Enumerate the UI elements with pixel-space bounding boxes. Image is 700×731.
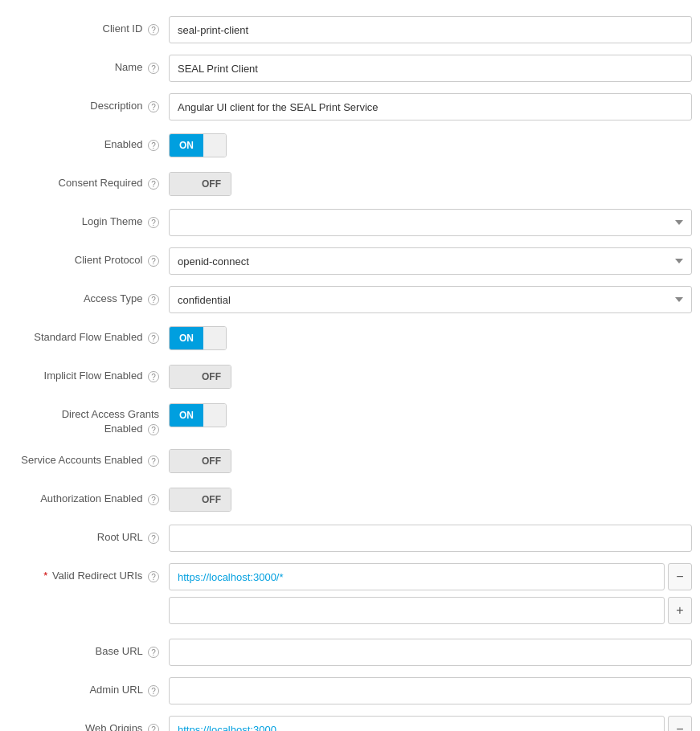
root-url-input[interactable] bbox=[169, 525, 692, 552]
redirect-uri-input-0[interactable] bbox=[169, 563, 665, 590]
service-accounts-toggle-indicator bbox=[170, 450, 192, 472]
access-type-help-icon[interactable]: ? bbox=[148, 294, 159, 305]
login-theme-help-icon[interactable]: ? bbox=[148, 217, 159, 228]
enabled-label-text: Enabled bbox=[104, 138, 143, 150]
service-accounts-label: Service Accounts Enabled ? bbox=[8, 447, 169, 468]
direct-access-row: Direct Access Grants Enabled ? ON bbox=[8, 402, 692, 436]
root-url-help-icon[interactable]: ? bbox=[148, 533, 159, 544]
consent-required-toggle-wrap: OFF bbox=[169, 170, 692, 196]
name-input[interactable] bbox=[169, 55, 692, 82]
authorization-toggle[interactable]: OFF bbox=[169, 488, 231, 512]
client-protocol-help-icon[interactable]: ? bbox=[148, 255, 159, 267]
consent-required-off-label: OFF bbox=[192, 173, 231, 195]
service-accounts-toggle-wrap: OFF bbox=[169, 447, 692, 473]
web-origins-input-0[interactable] bbox=[169, 716, 665, 731]
service-accounts-help-icon[interactable]: ? bbox=[148, 455, 159, 467]
authorization-row: Authorization Enabled ? OFF bbox=[8, 486, 692, 513]
service-accounts-off-label: OFF bbox=[192, 450, 231, 472]
name-label-text: Name bbox=[115, 61, 143, 73]
redirect-uri-add-btn[interactable]: + bbox=[668, 597, 692, 624]
standard-flow-label-text: Standard Flow Enabled bbox=[34, 331, 142, 343]
standard-flow-toggle-indicator bbox=[203, 327, 226, 349]
web-origins-label-text: Web Origins bbox=[85, 722, 142, 731]
redirect-uri-row-0: − bbox=[169, 563, 692, 590]
valid-redirect-uris-help-icon[interactable]: ? bbox=[148, 571, 159, 582]
description-label: Description ? bbox=[8, 93, 169, 113]
implicit-flow-toggle[interactable]: OFF bbox=[169, 365, 231, 389]
client-id-help-icon[interactable]: ? bbox=[148, 24, 159, 35]
web-origins-row: Web Origins ? − + bbox=[8, 716, 692, 731]
login-theme-label: Login Theme ? bbox=[8, 209, 169, 229]
admin-url-row: Admin URL ? bbox=[8, 677, 692, 704]
root-url-label-text: Root URL bbox=[97, 531, 143, 543]
name-help-icon[interactable]: ? bbox=[148, 63, 159, 74]
standard-flow-help-icon[interactable]: ? bbox=[148, 333, 159, 344]
consent-required-row: Consent Required ? OFF bbox=[8, 170, 692, 198]
login-theme-row: Login Theme ? bbox=[8, 209, 692, 236]
direct-access-control: ON bbox=[169, 402, 692, 427]
client-protocol-select[interactable]: openid-connect saml bbox=[169, 247, 692, 275]
client-protocol-row: Client Protocol ? openid-connect saml bbox=[8, 247, 692, 275]
login-theme-control bbox=[169, 209, 692, 236]
client-id-row: Client ID ? bbox=[8, 16, 692, 43]
direct-access-help-icon[interactable]: ? bbox=[148, 424, 159, 435]
enabled-toggle-wrap: ON bbox=[169, 132, 692, 157]
base-url-input[interactable] bbox=[169, 639, 692, 666]
redirect-uri-remove-btn-0[interactable]: − bbox=[668, 563, 692, 590]
description-help-icon[interactable]: ? bbox=[148, 101, 159, 112]
admin-url-help-icon[interactable]: ? bbox=[148, 685, 159, 696]
service-accounts-control: OFF bbox=[169, 447, 692, 473]
access-type-select[interactable]: confidential public bearer-only bbox=[169, 286, 692, 313]
authorization-help-icon[interactable]: ? bbox=[148, 494, 159, 505]
consent-required-help-icon[interactable]: ? bbox=[148, 178, 159, 190]
redirect-uri-input-1[interactable] bbox=[169, 597, 665, 624]
web-origins-remove-btn-0[interactable]: − bbox=[668, 716, 692, 731]
implicit-flow-help-icon[interactable]: ? bbox=[148, 371, 159, 382]
enabled-toggle[interactable]: ON bbox=[169, 133, 227, 157]
direct-access-label-line2: Enabled bbox=[104, 423, 143, 435]
authorization-control: OFF bbox=[169, 486, 692, 512]
service-accounts-toggle[interactable]: OFF bbox=[169, 449, 231, 473]
service-accounts-label-text: Service Accounts Enabled bbox=[21, 454, 142, 466]
client-protocol-label-text: Client Protocol bbox=[75, 254, 143, 266]
authorization-toggle-wrap: OFF bbox=[169, 486, 692, 512]
admin-url-label-text: Admin URL bbox=[89, 684, 142, 696]
valid-redirect-uris-label-text: Valid Redirect URIs bbox=[52, 570, 142, 582]
direct-access-toggle[interactable]: ON bbox=[169, 403, 227, 427]
implicit-flow-toggle-wrap: OFF bbox=[169, 363, 692, 389]
valid-redirect-uris-label: * Valid Redirect URIs ? bbox=[8, 563, 169, 583]
description-control bbox=[169, 93, 692, 120]
admin-url-control bbox=[169, 677, 692, 704]
root-url-label: Root URL ? bbox=[8, 525, 169, 545]
root-url-control bbox=[169, 525, 692, 552]
access-type-label-text: Access Type bbox=[84, 292, 142, 304]
authorization-toggle-indicator bbox=[170, 488, 192, 511]
name-label: Name ? bbox=[8, 55, 169, 75]
base-url-label: Base URL ? bbox=[8, 639, 169, 659]
base-url-label-text: Base URL bbox=[96, 645, 143, 657]
admin-url-label: Admin URL ? bbox=[8, 677, 169, 697]
authorization-label-text: Authorization Enabled bbox=[40, 492, 142, 504]
client-id-label-text: Client ID bbox=[103, 22, 143, 35]
implicit-flow-label: Implicit Flow Enabled ? bbox=[8, 363, 169, 383]
client-id-input[interactable] bbox=[169, 16, 692, 43]
enabled-label: Enabled ? bbox=[8, 132, 169, 152]
description-input[interactable] bbox=[169, 93, 692, 120]
client-id-control bbox=[169, 16, 692, 43]
enabled-help-icon[interactable]: ? bbox=[148, 140, 159, 151]
root-url-row: Root URL ? bbox=[8, 525, 692, 552]
base-url-help-icon[interactable]: ? bbox=[148, 647, 159, 658]
standard-flow-toggle-wrap: ON bbox=[169, 325, 692, 350]
web-origins-help-icon[interactable]: ? bbox=[148, 724, 159, 731]
settings-form: Client ID ? Name ? Description ? Enabled… bbox=[8, 16, 692, 731]
consent-required-label-text: Consent Required bbox=[59, 177, 143, 189]
implicit-flow-label-text: Implicit Flow Enabled bbox=[44, 370, 143, 382]
direct-access-on-label: ON bbox=[170, 404, 203, 427]
base-url-control bbox=[169, 639, 692, 666]
implicit-flow-row: Implicit Flow Enabled ? OFF bbox=[8, 363, 692, 390]
login-theme-select[interactable] bbox=[169, 209, 692, 236]
admin-url-input[interactable] bbox=[169, 677, 692, 704]
standard-flow-toggle[interactable]: ON bbox=[169, 326, 227, 350]
access-type-control: confidential public bearer-only bbox=[169, 286, 692, 313]
consent-required-toggle[interactable]: OFF bbox=[169, 172, 231, 196]
